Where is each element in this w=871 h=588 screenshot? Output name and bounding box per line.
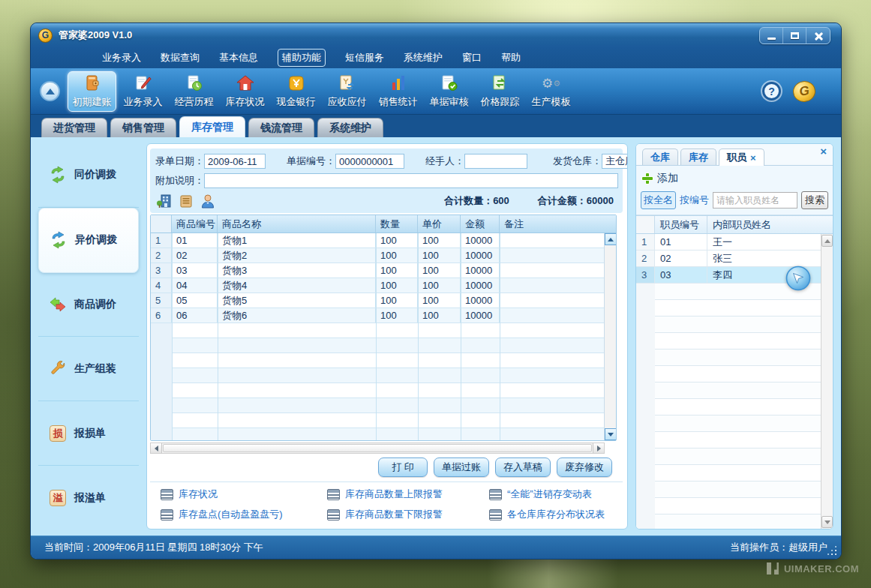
- cell-code[interactable]: 05: [172, 293, 218, 308]
- cell-price[interactable]: 100: [418, 248, 461, 262]
- warehouse-input[interactable]: [602, 154, 628, 169]
- resize-grip[interactable]: [827, 545, 837, 556]
- tab-inventory-management[interactable]: 库存管理: [179, 116, 245, 137]
- table-row[interactable]: 4 04 货物4 100 100 10000: [151, 278, 616, 293]
- cell-staff-name[interactable]: 王一: [707, 234, 833, 250]
- cell-name[interactable]: 货物4: [218, 278, 376, 292]
- discard-changes-button[interactable]: 废弃修改: [557, 458, 612, 477]
- filter-by-name-button[interactable]: 按全名: [641, 191, 676, 209]
- cell-name[interactable]: 货物1: [218, 233, 376, 248]
- menu-item-window[interactable]: 窗口: [462, 51, 482, 64]
- cell-amount[interactable]: 10000: [461, 308, 500, 322]
- date-input[interactable]: [204, 154, 266, 169]
- note-input[interactable]: [204, 173, 618, 188]
- scroll-up-button[interactable]: [821, 235, 833, 247]
- cell-note[interactable]: [500, 263, 616, 278]
- cell-amount[interactable]: 10000: [461, 263, 500, 278]
- table-row[interactable]: 6 06 货物6 100 100 10000: [151, 308, 616, 323]
- sidebar-item-production-assembly[interactable]: 生产组装: [38, 337, 139, 401]
- scroll-left-button[interactable]: [151, 443, 162, 453]
- tab-close-icon[interactable]: ×: [750, 152, 756, 164]
- cell-name[interactable]: 货物2: [218, 248, 376, 262]
- cell-note[interactable]: [500, 278, 616, 292]
- minimize-button[interactable]: [760, 28, 783, 44]
- cell-code[interactable]: 02: [172, 248, 218, 262]
- table-row[interactable]: 3 03 货物3 100 100 10000: [151, 263, 616, 278]
- cell-price[interactable]: 100: [418, 293, 461, 308]
- tab-purchase-management[interactable]: 进货管理: [41, 118, 107, 137]
- scroll-up-button[interactable]: [605, 233, 616, 245]
- cell-qty[interactable]: 100: [376, 233, 418, 248]
- tab-system-maintenance[interactable]: 系统维护: [317, 118, 383, 137]
- cell-amount[interactable]: 10000: [461, 233, 500, 248]
- scroll-right-button[interactable]: [593, 443, 604, 453]
- tab-sales-management[interactable]: 销售管理: [110, 118, 176, 137]
- cell-qty[interactable]: 100: [376, 293, 418, 308]
- maximize-button[interactable]: [783, 28, 806, 44]
- cell-staff-code[interactable]: 02: [655, 250, 707, 266]
- cell-amount[interactable]: 10000: [461, 293, 500, 308]
- menu-item-help[interactable]: 帮助: [501, 51, 521, 64]
- cell-staff-code[interactable]: 03: [655, 267, 707, 283]
- sidebar-item-same-price-transfer[interactable]: 同价调拨: [38, 143, 139, 208]
- staff-search-input[interactable]: [713, 192, 797, 208]
- cell-price[interactable]: 100: [418, 308, 461, 322]
- tab-inventory[interactable]: 库存: [680, 148, 716, 165]
- cell-price[interactable]: 100: [418, 233, 461, 248]
- cell-qty[interactable]: 100: [376, 263, 418, 278]
- link-stock-lower-limit-alarm[interactable]: 库存商品数量下限报警: [327, 508, 489, 521]
- cell-name[interactable]: 货物5: [218, 293, 376, 308]
- toolbar-business-entry[interactable]: 业务录入: [119, 71, 167, 112]
- toolbar-price-tracking[interactable]: 价格跟踪: [476, 71, 524, 112]
- toolbar-sales-statistics[interactable]: 销售统计: [374, 71, 422, 112]
- handler-input[interactable]: [464, 154, 527, 169]
- add-row[interactable]: 添加: [641, 170, 828, 191]
- link-stock-upper-limit-alarm[interactable]: 库存商品数量上限报警: [327, 488, 489, 501]
- cell-code[interactable]: 01: [172, 233, 218, 248]
- cell-name[interactable]: 货物6: [218, 308, 376, 322]
- cell-staff-code[interactable]: 01: [655, 234, 707, 250]
- table-row[interactable]: 1 01 货物1 100 100 10000: [151, 233, 616, 248]
- sidebar-item-overflow-report[interactable]: 溢 报溢单: [38, 466, 139, 530]
- collapse-toolbar-button[interactable]: [40, 81, 60, 101]
- scroll-down-button[interactable]: [821, 516, 833, 528]
- toolbar-receivable-payable[interactable]: 应收应付: [323, 71, 371, 112]
- vertical-scrollbar[interactable]: [604, 233, 616, 440]
- menu-item-auxiliary[interactable]: 辅助功能: [278, 49, 326, 67]
- tab-cashflow-management[interactable]: 钱流管理: [248, 118, 314, 137]
- cell-note[interactable]: [500, 293, 616, 308]
- panel-close-icon[interactable]: ×: [820, 146, 827, 157]
- cell-amount[interactable]: 10000: [461, 248, 500, 262]
- menu-item-basic-info[interactable]: 基本信息: [219, 51, 258, 64]
- scrollbar-thumb[interactable]: [163, 444, 592, 452]
- post-voucher-button[interactable]: 单据过账: [434, 458, 489, 477]
- cell-note[interactable]: [500, 233, 616, 248]
- menu-item-data-query[interactable]: 数据查询: [161, 51, 200, 64]
- table-row[interactable]: 5 05 货物5 100 100 10000: [151, 293, 616, 308]
- cell-note[interactable]: [500, 308, 616, 322]
- toolbar-voucher-audit[interactable]: 单据审核: [425, 71, 473, 112]
- sidebar-item-price-adjust[interactable]: 商品调价: [38, 273, 139, 338]
- goods-box-icon[interactable]: [178, 193, 194, 209]
- scroll-down-button[interactable]: [605, 428, 616, 440]
- link-inventory-status[interactable]: 库存状况: [161, 488, 327, 501]
- table-row[interactable]: 2 02 货物2 100 100 10000: [151, 248, 616, 263]
- menu-item-system-maintain[interactable]: 系统维护: [404, 51, 443, 64]
- cell-code[interactable]: 04: [172, 278, 218, 292]
- print-button[interactable]: 打 印: [378, 458, 428, 477]
- cell-qty[interactable]: 100: [376, 248, 418, 262]
- cell-code[interactable]: 03: [172, 263, 218, 278]
- cell-name[interactable]: 货物3: [218, 263, 376, 278]
- cell-qty[interactable]: 100: [376, 308, 418, 322]
- save-draft-button[interactable]: 存入草稿: [495, 458, 551, 477]
- warehouse-building-icon[interactable]: [156, 193, 173, 209]
- toolbar-business-history[interactable]: 经营历程: [170, 71, 218, 112]
- toolbar-cash-bank[interactable]: 现金银行: [272, 71, 320, 112]
- sidebar-item-loss-report[interactable]: 损 报损单: [38, 401, 139, 466]
- tab-staff[interactable]: 职员 ×: [719, 148, 764, 166]
- staff-vertical-scrollbar[interactable]: [821, 234, 833, 529]
- close-button[interactable]: [806, 28, 830, 44]
- cell-price[interactable]: 100: [418, 278, 461, 292]
- person-icon[interactable]: [200, 193, 216, 209]
- cell-note[interactable]: [500, 248, 616, 262]
